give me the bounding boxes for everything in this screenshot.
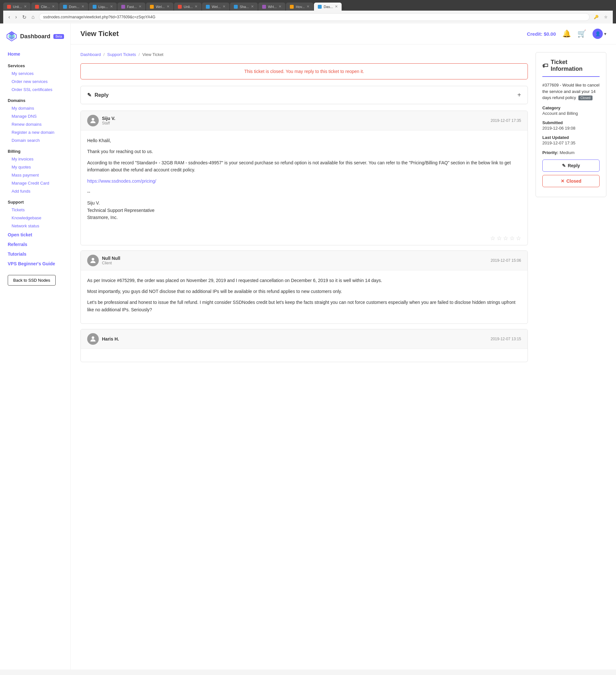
sidebar-item-register-domain[interactable]: Register a new domain (0, 128, 70, 136)
reply-btn-label: Reply (568, 163, 580, 168)
tab-close-2[interactable]: ✕ (52, 4, 55, 9)
browser-tab-12[interactable]: Das... ✕ (314, 3, 342, 11)
sidebar-logo: Dashboard Beta (0, 30, 70, 49)
sidebar-item-tutorials[interactable]: Tutorials (0, 249, 70, 259)
tab-label-9: Sha... (239, 5, 249, 9)
reply-box[interactable]: ✎ Reply + (80, 86, 528, 104)
new-tab-button[interactable]: + (342, 5, 345, 11)
message-avatar-2 (87, 255, 99, 266)
sidebar-item-manage-credit-card[interactable]: Manage Credit Card (0, 179, 70, 187)
ticket-info-title-text: Ticket Information (551, 59, 600, 72)
tab-close-12[interactable]: ✕ (335, 4, 338, 9)
ticket-closed-button[interactable]: ✕ Closed (542, 175, 600, 187)
sidebar-item-manage-dns[interactable]: Manage DNS (0, 112, 70, 120)
tab-close-6[interactable]: ✕ (166, 4, 169, 9)
sidebar-item-my-services[interactable]: My services (0, 69, 70, 77)
sidebar-item-open-ticket[interactable]: Open ticket (0, 230, 70, 240)
browser-tab-9[interactable]: Sha... ✕ (230, 3, 258, 11)
star-rating-1[interactable]: ☆ ☆ ☆ ☆ ☆ (490, 235, 521, 242)
browser-tab-1[interactable]: Unli... ✕ (3, 3, 30, 11)
browser-tab-8[interactable]: Wel... ✕ (202, 3, 229, 11)
sidebar-item-my-quotes[interactable]: My quotes (0, 163, 70, 171)
sidebar-item-order-ssl[interactable]: Order SSL certificates (0, 85, 70, 93)
browser-tab-2[interactable]: Clie... ✕ (31, 3, 59, 11)
sidebar-item-home[interactable]: Home (0, 49, 70, 59)
tab-close-5[interactable]: ✕ (139, 4, 142, 9)
sidebar-item-domain-search[interactable]: Domain search (0, 136, 70, 144)
sidebar-item-renew-domains[interactable]: Renew domains (0, 120, 70, 128)
address-bar[interactable]: ssdnodes.com/manage/viewticket.php?tid=3… (39, 13, 590, 21)
star-1[interactable]: ☆ (490, 235, 495, 242)
tab-close-4[interactable]: ✕ (110, 4, 113, 9)
sidebar-item-knowledgebase[interactable]: Knowledgebase (0, 214, 70, 222)
star-2[interactable]: ☆ (497, 235, 502, 242)
browser-tab-11[interactable]: Hov... ✕ (286, 3, 313, 11)
sidebar-item-add-funds[interactable]: Add funds (0, 187, 70, 195)
message-author-info-2: Null Null Client (102, 256, 120, 265)
app-header: View Ticket Credit: $0.00 🔔 🛒 👤 ▾ (71, 23, 616, 45)
browser-tab-10[interactable]: WH... ✕ (258, 3, 286, 11)
tab-label-4: Liqu... (98, 5, 108, 9)
message-name-1: Siju V. (102, 116, 116, 121)
sidebar-item-referrals[interactable]: Referrals (0, 240, 70, 249)
message-header-3: Haris H. 2019-12-07 13:15 (81, 329, 528, 349)
sidebar-section-services: Services (0, 59, 70, 69)
page-title: View Ticket (80, 29, 119, 38)
reply-box-left: ✎ Reply (87, 92, 109, 98)
message-card-1: Siju V. Staff 2019-12-07 17:35 Hello Kha… (80, 110, 528, 245)
star-icon[interactable]: ☆ (602, 13, 610, 21)
message-body-2: As per Invoice #675299, the order was pl… (81, 271, 528, 324)
sidebar-item-order-new-services[interactable]: Order new services (0, 77, 70, 85)
msg2-p3: Let's be professional and honest to issu… (87, 299, 521, 313)
user-menu[interactable]: 👤 ▾ (593, 28, 606, 39)
sidebar-item-mass-payment[interactable]: Mass payment (0, 171, 70, 179)
sidebar-item-my-domains[interactable]: My domains (0, 104, 70, 112)
message-role-1: Staff (102, 121, 116, 126)
sidebar-item-vps-guide[interactable]: VPS Beginner's Guide (0, 259, 70, 269)
home-button[interactable]: ⌂ (29, 13, 37, 21)
forward-button[interactable]: › (13, 13, 19, 21)
reload-button[interactable]: ↻ (20, 13, 28, 21)
tab-favicon-12 (318, 5, 322, 9)
tab-close-8[interactable]: ✕ (223, 4, 225, 9)
last-updated-label: Last Updated (542, 135, 600, 140)
tag-icon: 🏷 (542, 62, 548, 69)
tab-favicon-8 (206, 5, 210, 9)
message-header-1: Siju V. Staff 2019-12-07 17:35 (81, 111, 528, 131)
browser-tab-5[interactable]: Fast... ✕ (118, 3, 146, 11)
content-area: Dashboard / Support Tickets / View Ticke… (71, 45, 616, 670)
msg1-link[interactable]: https://www.ssdnodes.com/pricing/ (87, 177, 521, 184)
sidebar-item-my-invoices[interactable]: My invoices (0, 155, 70, 163)
tab-label-6: Wel... (156, 5, 165, 9)
tab-close-7[interactable]: ✕ (195, 4, 198, 9)
tab-favicon-5 (121, 5, 125, 9)
ticket-info-title: 🏷 Ticket Information (542, 59, 600, 77)
tab-close-9[interactable]: ✕ (251, 4, 254, 9)
back-to-ssd-nodes-button[interactable]: Back to SSD Nodes (8, 275, 56, 286)
expand-icon: + (517, 91, 521, 99)
tab-close-1[interactable]: ✕ (24, 4, 27, 9)
star-5[interactable]: ☆ (516, 235, 521, 242)
tab-close-10[interactable]: ✕ (279, 4, 281, 9)
back-button[interactable]: ‹ (6, 13, 12, 21)
breadcrumb-dashboard[interactable]: Dashboard (80, 52, 101, 57)
priority-section: Priority: Medium (542, 150, 600, 155)
tab-close-3[interactable]: ✕ (81, 4, 84, 9)
browser-tab-6[interactable]: Wel... ✕ (146, 3, 174, 11)
browser-tab-3[interactable]: Dom... ✕ (59, 3, 88, 11)
cart-icon[interactable]: 🛒 (577, 29, 586, 38)
breadcrumb-sep-2: / (139, 52, 140, 57)
breadcrumb-support-tickets[interactable]: Support Tickets (107, 52, 136, 57)
sidebar: Dashboard Beta Home Services My services… (0, 23, 71, 670)
browser-tab-4[interactable]: Liqu... ✕ (89, 3, 117, 11)
star-4[interactable]: ☆ (509, 235, 515, 242)
star-3[interactable]: ☆ (503, 235, 508, 242)
sidebar-item-network-status[interactable]: Network status (0, 222, 70, 230)
tab-close-11[interactable]: ✕ (306, 4, 310, 9)
browser-tab-7[interactable]: Unli... ✕ (174, 3, 201, 11)
pencil-icon: ✎ (87, 92, 91, 98)
sidebar-item-tickets[interactable]: Tickets (0, 206, 70, 214)
notification-bell-icon[interactable]: 🔔 (562, 29, 571, 38)
tab-label-1: Unli... (13, 5, 22, 9)
ticket-reply-button[interactable]: ✎ Reply (542, 159, 600, 172)
